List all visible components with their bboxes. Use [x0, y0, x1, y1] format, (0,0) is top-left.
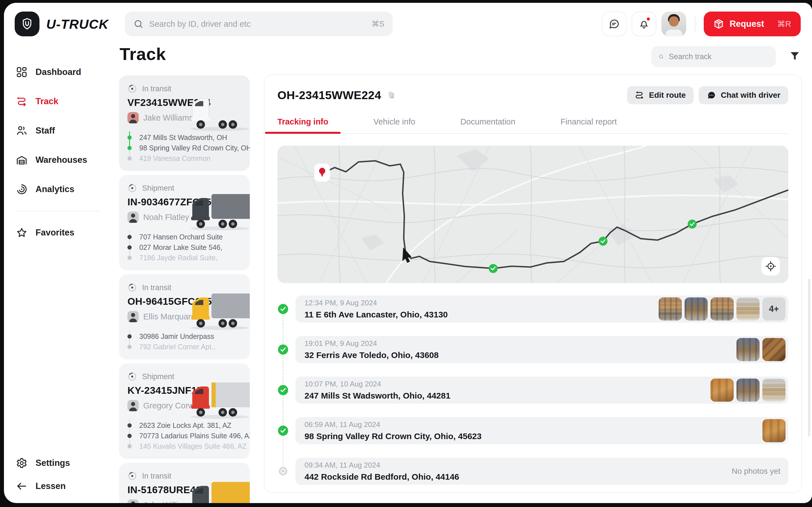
warehouse-photo[interactable] [737, 297, 760, 321]
lessen-icon [16, 480, 28, 492]
sidebar-item-staff[interactable]: Staff [16, 116, 117, 145]
notifications-button[interactable] [631, 11, 656, 36]
status-label: Shipment [142, 372, 174, 381]
copy-id-button[interactable] [387, 90, 396, 100]
warehouse-photo[interactable] [711, 379, 733, 402]
stop-item: 027 Morar Lake Suite 546, [139, 242, 241, 252]
stop-dot-icon [128, 146, 132, 150]
chat-bubble-icon [608, 18, 620, 30]
edit-route-button[interactable]: Edit route [627, 86, 694, 104]
chat-with-driver-button[interactable]: Chat with driver [699, 86, 788, 104]
timeline-stop[interactable]: 12:34 PM, 9 Aug 202411 E 6th Ave Lancast… [296, 295, 788, 323]
copy-icon [387, 91, 396, 100]
stop-address: 442 Rockside Rd Bedford, Ohio, 44146 [305, 472, 459, 482]
sidebar-item-lessen[interactable]: Lessen [16, 478, 70, 495]
top-bar: U-TRUCK ⌘S [4, 3, 812, 45]
status-label: In transit [142, 84, 171, 93]
track-card-vf23415wwe224[interactable]: In transitVF23415WWE224Jake Williamson24… [119, 75, 250, 171]
track-card-in-9034677zfg154[interactable]: ShipmentIN-9034677ZFG154Noah Flatley707 … [119, 175, 250, 270]
tab-financial-report[interactable]: Financial report [548, 113, 629, 133]
stop-dot-icon [128, 424, 132, 428]
warehouse-photo[interactable] [711, 297, 733, 321]
stop-address: 70773 Ladarius Plains Suite 496, AZ [139, 432, 250, 440]
request-button[interactable]: Request ⌘R [704, 11, 801, 36]
favorites-icon [16, 227, 28, 238]
track-card-in-51678ure401[interactable]: In transitIN-51678URE401Jake Williamson6… [119, 463, 250, 503]
staff-icon [16, 125, 28, 136]
truck-image [187, 377, 250, 422]
stop-photos [762, 419, 785, 442]
page-scrollbar[interactable] [808, 279, 810, 437]
tab-vehicle-info[interactable]: Vehicle info [361, 113, 427, 133]
search-icon [659, 52, 664, 61]
warehouses-icon [16, 154, 28, 166]
timeline-stop[interactable]: 09:34 AM, 11 Aug 2024442 Rockside Rd Bed… [296, 458, 788, 485]
checkpoint-done-icon [277, 344, 289, 355]
global-search-input[interactable] [149, 19, 366, 29]
track-card-oh-96415gfc145[interactable]: In transitOH-96415GFC145Ellis Marquardt3… [119, 274, 250, 359]
checkpoint-marker-3[interactable] [688, 219, 697, 228]
timeline-stop[interactable]: 19:01 PM, 9 Aug 202432 Ferris Ave Toledo… [296, 336, 788, 363]
status-ring-icon [128, 372, 137, 381]
driver-avatar [128, 499, 139, 503]
warehouse-photo[interactable] [659, 297, 682, 321]
warehouse-photo[interactable] [762, 379, 785, 402]
sidebar-item-favorites[interactable]: Favorites [16, 218, 117, 247]
shipment-id: OH-23415WWE224 [277, 89, 381, 102]
stop-item: 419 Vanessa Common [139, 153, 241, 164]
sidebar-item-label: Settings [36, 458, 70, 468]
checkpoint-marker-1[interactable] [489, 264, 498, 273]
sidebar-item-label: Dashboard [36, 67, 81, 77]
stop-info: 09:34 AM, 11 Aug 2024442 Rockside Rd Bed… [305, 461, 459, 482]
driver-avatar [128, 112, 139, 123]
truck-image [187, 89, 250, 134]
sidebar: DashboardTrackStaffWarehousesAnalyticsFa… [4, 45, 117, 503]
driver-avatar [128, 212, 139, 223]
tracking-timeline: 12:34 PM, 9 Aug 202411 E 6th Ave Lancast… [277, 295, 788, 485]
track-card-ky-23415jnf155[interactable]: ShipmentKY-23415JNF155Gregory Corwin2623… [119, 363, 250, 459]
warehouse-photo[interactable] [737, 338, 760, 361]
locate-button[interactable] [762, 257, 780, 276]
sidebar-item-track[interactable]: Track [16, 87, 117, 116]
truck-image [187, 188, 250, 233]
track-search[interactable] [651, 46, 776, 67]
timeline-stop[interactable]: 06:59 AM, 11 Aug 202498 Spring Valley Rd… [296, 417, 788, 444]
filter-button[interactable] [788, 50, 801, 63]
stop-info: 06:59 AM, 11 Aug 202498 Spring Valley Rd… [305, 420, 481, 441]
more-photos-badge[interactable]: 4+ [762, 297, 785, 321]
app-window: U-TRUCK ⌘S [4, 3, 812, 503]
stop-item: 70773 Ladarius Plains Suite 496, AZ [139, 431, 241, 441]
sidebar-item-label: Track [36, 96, 58, 107]
checkpoint-done-icon [277, 303, 289, 315]
stop-photos: 4+ [659, 297, 785, 321]
checkpoint-marker-2[interactable] [599, 237, 608, 245]
tab-documentation[interactable]: Documentation [448, 113, 528, 133]
stop-dot-icon [128, 444, 132, 448]
warehouse-photo[interactable] [762, 338, 785, 361]
sidebar-item-label: Staff [36, 126, 55, 136]
topbar-divider [695, 16, 695, 32]
timeline-stop[interactable]: 10:07 PM, 10 Aug 2024247 Mills St Wadswo… [296, 377, 788, 404]
origin-pin-marker[interactable] [314, 164, 330, 182]
track-search-input[interactable] [669, 52, 769, 61]
sidebar-item-settings[interactable]: Settings [16, 455, 70, 471]
shield-logo-icon [20, 17, 34, 31]
warehouse-photo[interactable] [684, 297, 708, 321]
no-photos-label: No photos yet [732, 467, 785, 476]
route-map[interactable] [277, 146, 788, 283]
stops-list: 247 Mills St Wadsworth, OH98 Spring Vall… [128, 132, 241, 164]
messages-button[interactable] [602, 11, 626, 36]
user-avatar[interactable] [661, 11, 686, 36]
warehouse-photo[interactable] [737, 379, 760, 402]
timeline-rail-pending [283, 433, 284, 471]
sidebar-item-warehouses[interactable]: Warehouses [16, 145, 117, 175]
sidebar-item-analytics[interactable]: Analytics [16, 175, 117, 204]
warehouse-photo[interactable] [762, 419, 785, 442]
tab-tracking-info[interactable]: Tracking info [265, 113, 341, 133]
stop-address: 98 Spring Valley Rd Crown City, OH [139, 144, 250, 152]
route-icon [635, 91, 645, 100]
sidebar-item-dashboard[interactable]: Dashboard [16, 57, 117, 87]
notification-dot [646, 17, 651, 21]
checkpoint-pending-icon [279, 467, 287, 475]
global-search[interactable]: ⌘S [125, 11, 393, 36]
